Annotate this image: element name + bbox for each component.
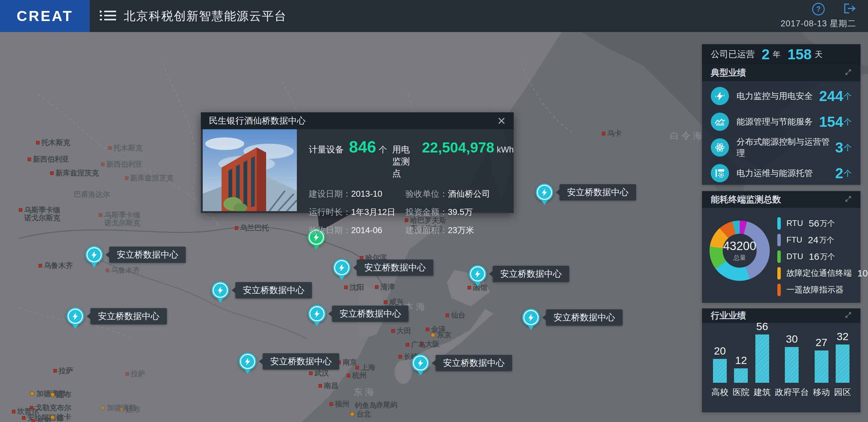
pin-tail bbox=[244, 368, 251, 374]
typical-item-label: 能源管理与节能服务 bbox=[737, 116, 813, 127]
panel-terminals: 能耗终端监测总数 43200 总量 RTU56万个FTU24万个DTU16万个故… bbox=[702, 191, 861, 303]
capital-dot-icon bbox=[50, 392, 55, 397]
datacenter-pin[interactable]: 安立桥数据中心 bbox=[308, 305, 326, 326]
city-dot-icon bbox=[602, 132, 605, 135]
datacenter-pin[interactable]: 安立桥数据中心 bbox=[469, 265, 487, 287]
typical-performance-item[interactable]: 分布式能源控制与运营管理3个 bbox=[702, 135, 861, 160]
legend-value: 56 bbox=[809, 218, 819, 229]
expand-icon[interactable] bbox=[845, 312, 852, 320]
expand-icon[interactable] bbox=[845, 69, 852, 77]
city-dot-icon bbox=[347, 374, 350, 377]
city-name: 钓鱼岛 bbox=[355, 401, 377, 410]
industry-bar bbox=[815, 351, 829, 383]
map-city-label: 拉萨 bbox=[53, 367, 73, 375]
industry-bar-group: 56建筑 bbox=[754, 320, 771, 400]
city-dot-icon bbox=[399, 355, 402, 358]
datacenter-pin-label[interactable]: 安立桥数据中心 bbox=[90, 308, 167, 324]
logout-icon[interactable] bbox=[843, 3, 856, 15]
datacenter-pin-label[interactable]: 安立桥数据中心 bbox=[332, 305, 409, 322]
bar-value-label: 20 bbox=[714, 345, 726, 357]
map-city-label: 兰契 bbox=[31, 417, 51, 422]
lightning-icon bbox=[87, 247, 102, 262]
pin-tail bbox=[338, 274, 345, 280]
lightning-icon bbox=[470, 266, 485, 282]
legend-color-pill bbox=[777, 234, 781, 246]
legend-value: 24 bbox=[808, 235, 818, 246]
city-name: 沈阳 bbox=[349, 283, 364, 291]
datacenter-pin[interactable]: 安立桥数据中心 bbox=[239, 353, 256, 374]
datacenter-pin-label[interactable]: 安立桥数据中心 bbox=[546, 310, 623, 326]
map-city-label: 沈阳 bbox=[344, 283, 364, 291]
detail-value: 1年3月12日 bbox=[351, 207, 395, 217]
map-city-label: 清津 bbox=[375, 283, 395, 291]
typical-performance-item[interactable]: 电力监控与用电安全244个 bbox=[702, 83, 861, 109]
datacenter-pin-label[interactable]: 安立桥数据中心 bbox=[560, 184, 636, 200]
popup-detail: 建设面积：23万米 bbox=[405, 225, 514, 236]
city-name: 新西伯利亚 bbox=[106, 160, 143, 168]
map-city-label: 乌鲁木齐 bbox=[106, 266, 140, 274]
capital-dot-icon bbox=[30, 391, 34, 396]
city-dot-icon bbox=[360, 256, 363, 259]
legend-color-pill bbox=[777, 217, 781, 230]
help-icon[interactable]: ? bbox=[812, 3, 825, 15]
city-dot-icon bbox=[36, 141, 39, 144]
typical-item-unit: 个 bbox=[844, 168, 852, 178]
terminals-header: 能耗终端监测总数 bbox=[702, 191, 861, 208]
datacenter-pin-label[interactable]: 安立桥数据中心 bbox=[493, 266, 569, 282]
terminals-title: 能耗终端监测总数 bbox=[711, 194, 781, 205]
datacenter-pin[interactable]: 安立桥数据中心 bbox=[536, 184, 553, 205]
city-name: 新库兹涅茨克 bbox=[56, 169, 99, 177]
city-name: 大田 bbox=[397, 327, 411, 335]
datacenter-pin[interactable]: 安立桥数据中心 bbox=[212, 282, 229, 303]
city-dot-icon bbox=[384, 300, 387, 304]
city-dot-icon bbox=[101, 163, 104, 166]
datacenter-pin-label[interactable]: 安立桥数据中心 bbox=[263, 353, 339, 369]
datacenter-pin[interactable]: 安立桥数据中心 bbox=[522, 309, 540, 330]
pin-tail bbox=[217, 297, 224, 303]
pin-head bbox=[469, 265, 487, 283]
legend-color-pill bbox=[777, 284, 781, 296]
typical-item-value: 2 bbox=[835, 166, 843, 181]
bar-category-label: 移动 bbox=[813, 387, 830, 398]
stat-label: 计量设备 bbox=[309, 144, 344, 156]
map-city-label: 新西伯利亚 bbox=[101, 160, 143, 168]
detail-label: 验收日期： bbox=[309, 226, 351, 235]
city-dot-icon bbox=[355, 366, 359, 369]
pin-tail bbox=[541, 199, 548, 205]
typical-item-value: 154 bbox=[819, 115, 843, 129]
bar-value-label: 32 bbox=[837, 330, 848, 343]
datacenter-pin-label[interactable]: 安立桥数据中心 bbox=[235, 282, 312, 298]
datacenter-pin[interactable]: 安立桥数据中心 bbox=[333, 259, 350, 280]
datacenter-pin-label[interactable]: 安立桥数据中心 bbox=[436, 355, 512, 371]
city-dot-icon bbox=[106, 268, 109, 272]
datacenter-pin-label[interactable]: 安立桥数据中心 bbox=[357, 259, 433, 276]
donut-center: 43200 总量 bbox=[723, 234, 756, 268]
bar-value-label: 27 bbox=[815, 336, 828, 349]
atom-icon bbox=[711, 138, 729, 157]
close-icon[interactable]: × bbox=[497, 115, 505, 127]
datacenter-pin-label[interactable]: 安立桥数据中心 bbox=[109, 247, 186, 263]
datacenter-pin[interactable]: 安立桥数据中心 bbox=[85, 246, 103, 267]
expand-icon[interactable] bbox=[845, 195, 852, 204]
map-city-label: 广岛 bbox=[406, 341, 426, 349]
legend-item: 故障定位通信终端10万个 bbox=[777, 265, 868, 282]
map-city-label: 台北 bbox=[350, 410, 371, 418]
bar-category-label: 政府平台 bbox=[775, 387, 809, 398]
legend-value: 16 bbox=[809, 251, 819, 262]
typical-item-label: 电力运维与能源托管 bbox=[737, 167, 813, 179]
datacenter-pin[interactable]: 安立桥数据中心 bbox=[412, 354, 429, 376]
typical-performance-item[interactable]: 电力运维与能源托管2个 bbox=[702, 160, 861, 186]
legend-item: FTU24万个 bbox=[777, 232, 868, 248]
sea-label: 白令海 bbox=[670, 130, 705, 142]
map-city-label: 东京 bbox=[431, 331, 452, 339]
datacenter-pin[interactable]: 安立桥数据中心 bbox=[66, 307, 84, 329]
typical-item-unit: 个 bbox=[844, 91, 852, 101]
map-city-label: 南昌 bbox=[318, 382, 338, 390]
menu-icon[interactable] bbox=[99, 9, 116, 23]
city-name: 乌斯季卡缅 诺戈尔斯克 bbox=[24, 206, 60, 222]
map-city-label: 乌兰巴托 bbox=[235, 224, 269, 232]
typical-performance-item[interactable]: 能源管理与节能服务154个 bbox=[702, 109, 861, 135]
detail-value: 23万米 bbox=[448, 226, 474, 235]
datacenter-popup: 民生银行酒仙桥数据中心 × bbox=[201, 112, 514, 213]
industry-bar-group: 20高校 bbox=[711, 320, 728, 400]
